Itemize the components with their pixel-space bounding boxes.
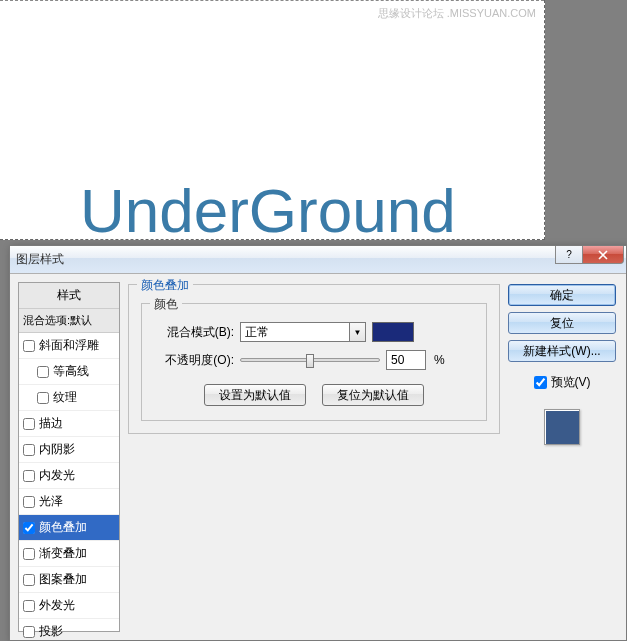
preview-swatch: [544, 409, 580, 445]
style-effect-row[interactable]: 等高线: [19, 359, 119, 385]
style-effect-row[interactable]: 内发光: [19, 463, 119, 489]
effect-label: 斜面和浮雕: [39, 337, 99, 354]
style-effect-row[interactable]: 斜面和浮雕: [19, 333, 119, 359]
opacity-slider[interactable]: [240, 358, 380, 362]
blend-mode-select[interactable]: 正常: [240, 322, 350, 342]
effect-label: 外发光: [39, 597, 75, 614]
effect-checkbox[interactable]: [37, 392, 49, 404]
dialog-buttons-panel: 确定 复位 新建样式(W)... 预览(V): [508, 282, 616, 632]
help-button[interactable]: ?: [555, 246, 583, 264]
effect-checkbox[interactable]: [23, 444, 35, 456]
preview-label: 预览(V): [551, 374, 591, 391]
effect-label: 颜色叠加: [39, 519, 87, 536]
slider-thumb[interactable]: [306, 354, 314, 368]
effect-label: 描边: [39, 415, 63, 432]
style-effect-row[interactable]: 投影: [19, 619, 119, 641]
effect-label: 渐变叠加: [39, 545, 87, 562]
opacity-unit: %: [434, 353, 445, 367]
dialog-titlebar[interactable]: 图层样式 ?: [10, 246, 626, 274]
blend-options-row[interactable]: 混合选项:默认: [19, 309, 119, 333]
overlay-color-swatch[interactable]: [372, 322, 414, 342]
set-default-button[interactable]: 设置为默认值: [204, 384, 306, 406]
effect-checkbox[interactable]: [23, 522, 35, 534]
watermark-text: 思缘设计论坛 .MISSYUAN.COM: [378, 6, 536, 21]
effect-label: 内发光: [39, 467, 75, 484]
effect-label: 投影: [39, 623, 63, 640]
canvas-sample-text: UnderGround: [80, 175, 456, 246]
effect-checkbox[interactable]: [23, 600, 35, 612]
styles-header[interactable]: 样式: [19, 283, 119, 309]
effect-label: 纹理: [53, 389, 77, 406]
effect-checkbox[interactable]: [23, 626, 35, 638]
opacity-label: 不透明度(O):: [154, 352, 234, 369]
style-effect-row[interactable]: 纹理: [19, 385, 119, 411]
style-effect-row[interactable]: 内阴影: [19, 437, 119, 463]
preview-checkbox[interactable]: [534, 376, 547, 389]
close-icon: [598, 250, 608, 260]
ok-button[interactable]: 确定: [508, 284, 616, 306]
style-effect-row[interactable]: 渐变叠加: [19, 541, 119, 567]
close-button[interactable]: [582, 246, 624, 264]
effect-checkbox[interactable]: [23, 340, 35, 352]
section-title: 颜色叠加: [137, 277, 193, 294]
effect-checkbox[interactable]: [23, 574, 35, 586]
effect-label: 等高线: [53, 363, 89, 380]
inner-section-title: 颜色: [150, 296, 182, 313]
style-effect-row[interactable]: 描边: [19, 411, 119, 437]
blend-mode-value: 正常: [245, 324, 269, 341]
settings-panel: 颜色叠加 颜色 混合模式(B): 正常 ▼ 不: [128, 282, 500, 632]
styles-list-panel: 样式 混合选项:默认 斜面和浮雕等高线纹理描边内阴影内发光光泽颜色叠加渐变叠加图…: [18, 282, 120, 632]
reset-default-button[interactable]: 复位为默认值: [322, 384, 424, 406]
style-effect-row[interactable]: 图案叠加: [19, 567, 119, 593]
opacity-input[interactable]: [386, 350, 426, 370]
style-effect-row[interactable]: 颜色叠加: [19, 515, 119, 541]
effect-checkbox[interactable]: [23, 496, 35, 508]
effect-checkbox[interactable]: [23, 418, 35, 430]
effect-label: 图案叠加: [39, 571, 87, 588]
canvas-area: 思缘设计论坛 .MISSYUAN.COM UnderGround: [0, 0, 545, 240]
effect-checkbox[interactable]: [37, 366, 49, 378]
effect-label: 内阴影: [39, 441, 75, 458]
dialog-title: 图层样式: [16, 251, 64, 268]
effect-checkbox[interactable]: [23, 470, 35, 482]
new-style-button[interactable]: 新建样式(W)...: [508, 340, 616, 362]
style-effect-row[interactable]: 光泽: [19, 489, 119, 515]
reset-button[interactable]: 复位: [508, 312, 616, 334]
effect-checkbox[interactable]: [23, 548, 35, 560]
blend-mode-label: 混合模式(B):: [154, 324, 234, 341]
style-effect-row[interactable]: 外发光: [19, 593, 119, 619]
layer-style-dialog: 图层样式 ? 样式 混合选项:默认 斜面和浮雕等高线纹理描边内阴影内发光光泽颜色…: [9, 245, 627, 641]
effect-label: 光泽: [39, 493, 63, 510]
chevron-down-icon[interactable]: ▼: [350, 322, 366, 342]
